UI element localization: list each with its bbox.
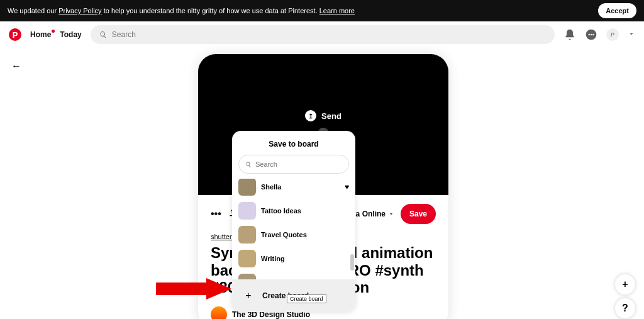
dropdown-search[interactable] (238, 155, 349, 174)
help-fab[interactable]: ? (615, 298, 635, 318)
search-input[interactable] (112, 30, 546, 39)
board-thumb (238, 179, 256, 196)
svg-point-2 (591, 34, 592, 36)
board-thumb (238, 202, 256, 220)
send-icon: ↥ (305, 110, 316, 121)
more-icon[interactable]: ••• (211, 208, 221, 220)
privacy-policy-link[interactable]: Privacy Policy (58, 7, 101, 14)
nav-today[interactable]: Today (60, 30, 81, 39)
pinterest-logo[interactable]: P (9, 28, 21, 41)
back-arrow[interactable]: ← (11, 60, 21, 72)
svg-point-3 (592, 34, 594, 36)
dropdown-title: Save to board (232, 131, 355, 155)
board-list: Shella ♥ Tattoo Ideas Travel Quotes Writ… (232, 179, 355, 279)
board-thumb (238, 250, 256, 267)
board-item[interactable]: Writing (232, 247, 355, 271)
nav-home[interactable]: Home (30, 30, 51, 39)
dropdown-search-input[interactable] (255, 160, 342, 168)
annotation-arrow (156, 278, 231, 299)
board-item[interactable]: Shella ♥ (232, 179, 355, 199)
board-thumb (238, 226, 256, 243)
bell-icon[interactable] (564, 28, 576, 41)
save-button[interactable]: Save (401, 204, 436, 224)
board-item[interactable]: Tattoo Ideas (232, 199, 355, 223)
search-icon (99, 31, 107, 38)
author-avatar[interactable] (211, 306, 227, 319)
learn-more-link[interactable]: Learn more (319, 7, 355, 14)
board-item[interactable]: Your Pinterest Likes 🔒 (232, 271, 355, 279)
board-item[interactable]: Travel Quotes (232, 223, 355, 247)
user-avatar[interactable]: P (606, 28, 619, 41)
accept-button[interactable]: Accept (598, 3, 636, 18)
privacy-text-prefix: We updated our (8, 7, 58, 14)
top-nav: P Home Today P (0, 21, 644, 48)
svg-marker-4 (156, 278, 231, 299)
send-button[interactable]: ↥ Send (305, 110, 341, 121)
board-thumb (238, 274, 256, 279)
heart-icon: ♥ (345, 182, 349, 191)
add-fab[interactable]: + (615, 274, 635, 294)
notification-dot (52, 30, 55, 33)
privacy-text-middle: to help you understand the nitty gritty … (102, 7, 319, 14)
search-bar[interactable] (91, 25, 555, 44)
create-board-tooltip: Create board (287, 294, 326, 303)
privacy-banner: We updated our Privacy Policy to help yo… (0, 0, 644, 21)
plus-icon: + (241, 288, 256, 303)
scrollbar-thumb[interactable] (350, 254, 354, 271)
chevron-down-icon[interactable] (628, 29, 635, 40)
svg-point-1 (588, 34, 590, 36)
search-icon (245, 161, 252, 168)
save-to-board-dropdown: Save to board Shella ♥ Tattoo Ideas Trav… (232, 131, 355, 312)
chat-icon[interactable] (585, 28, 597, 41)
